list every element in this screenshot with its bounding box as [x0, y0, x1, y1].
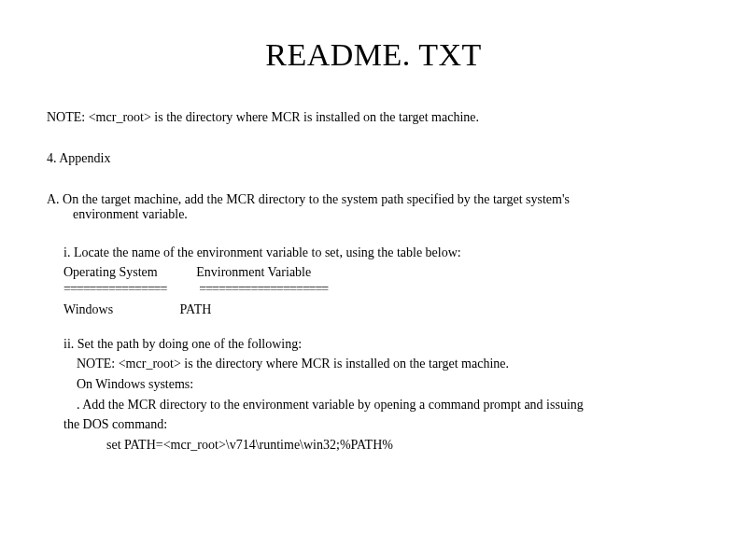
table-header-os: Operating System — [63, 265, 158, 279]
table-row: Windows PATH — [47, 302, 700, 317]
table-row-env: PATH — [180, 302, 212, 316]
table-row-os: Windows — [63, 302, 113, 316]
sub-ii-onwin: On Windows systems: — [63, 374, 700, 395]
item-a-line1: A. On the target machine, add the MCR di… — [47, 192, 570, 206]
divider-1: ================ — [63, 282, 166, 297]
sub-ii-add2: the DOS command: — [63, 417, 167, 431]
sub-ii: ii. Set the path by doing one of the fol… — [47, 334, 700, 455]
divider-row: ================ ==================== — [47, 282, 700, 297]
sub-ii-add: . Add the MCR directory to the environme… — [63, 395, 700, 415]
appendix-heading: 4. Appendix — [47, 151, 700, 166]
sub-ii-note: NOTE: <mcr_root> is the directory where … — [63, 354, 700, 374]
sub-i: i. Locate the name of the environment va… — [47, 243, 700, 263]
sub-i-text: i. Locate the name of the environment va… — [63, 243, 700, 263]
item-a: A. On the target machine, add the MCR di… — [47, 192, 700, 222]
sub-ii-line1: ii. Set the path by doing one of the fol… — [63, 337, 302, 351]
page-title: README. TXT — [47, 37, 700, 73]
item-a-line2: environment variable. — [47, 207, 700, 222]
table-header: Operating System Environment Variable — [47, 265, 700, 280]
sub-ii-cmd: set PATH=<mcr_root>\v714\runtime\win32;%… — [63, 435, 700, 455]
note-line: NOTE: <mcr_root> is the directory where … — [47, 110, 700, 125]
table-header-env: Environment Variable — [196, 265, 311, 279]
divider-2: ==================== — [199, 282, 328, 297]
